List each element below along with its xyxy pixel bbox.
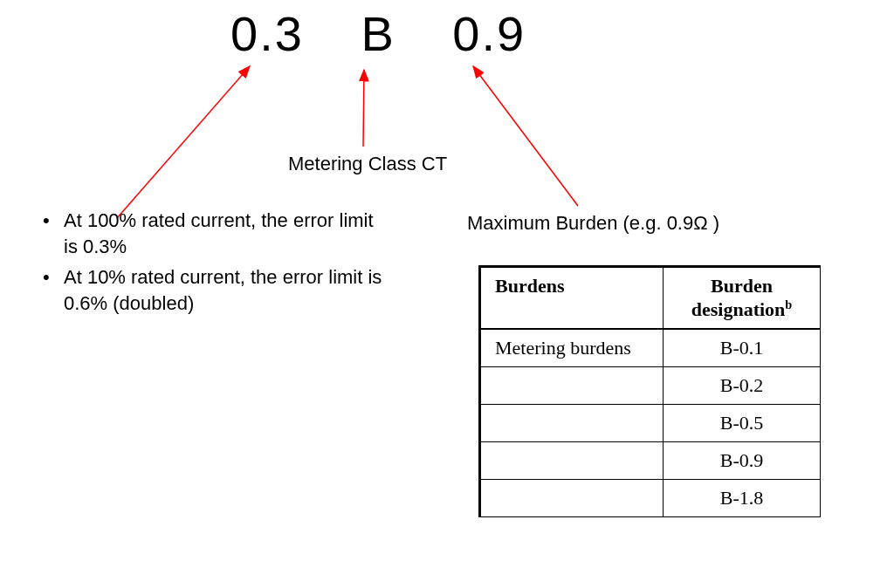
arrow-to-accuracy: [117, 66, 250, 218]
table-row: B-0.9: [480, 442, 821, 480]
table-header-designation: Burden designationb: [664, 267, 821, 330]
table-row: B-0.2: [480, 367, 821, 405]
max-burden-label: Maximum Burden (e.g. 0.9Ω ): [467, 212, 719, 235]
bullet-item: At 10% rated current, the error limit is…: [39, 264, 389, 316]
class-letter: B: [361, 6, 395, 61]
designation-code: 0.3 B 0.9: [210, 5, 547, 62]
accuracy-value: 0.3: [230, 6, 304, 61]
arrow-to-class: [363, 70, 364, 147]
arrow-to-burden: [473, 66, 578, 206]
metering-class-label: Metering Class CT: [288, 153, 447, 175]
burden-value: 0.9: [452, 6, 526, 61]
bullet-item: At 100% rated current, the error limit i…: [39, 208, 389, 259]
table-header-burdens: Burdens: [480, 267, 664, 330]
table-row: B-1.8: [480, 480, 821, 517]
table-row: Metering burdens B-0.1: [480, 329, 821, 367]
burden-table: Burdens Burden designationb Metering bur…: [478, 265, 821, 517]
accuracy-bullets: At 100% rated current, the error limit i…: [39, 208, 389, 322]
table-row: B-0.5: [480, 405, 821, 442]
